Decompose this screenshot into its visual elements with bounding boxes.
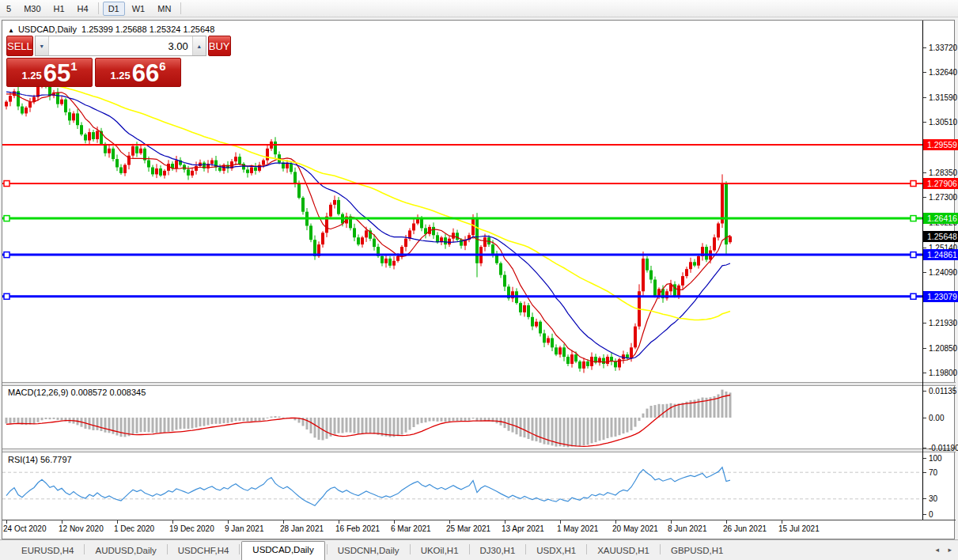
timeframe-d1[interactable]: D1 [103, 2, 125, 16]
rsi-axis-tick: 0 [923, 509, 933, 519]
price-axis-tick: 1.27300 [923, 193, 957, 202]
date-label: 25 Mar 2021 [446, 524, 490, 533]
timeframe-5[interactable]: 5 [1, 2, 17, 16]
horizontal-line-1.24861[interactable] [2, 252, 922, 258]
horizontal-line-1.26416[interactable] [2, 216, 922, 221]
sell-price-prefix: 1.25 [21, 70, 41, 81]
volume-increase-button[interactable]: ▲ [192, 36, 206, 55]
price-tag-1.26416: 1.26416 [923, 213, 958, 224]
date-tick [339, 520, 339, 524]
date-label: 20 May 2021 [612, 524, 658, 533]
timeframe-h1[interactable]: H1 [48, 2, 70, 16]
date-label: 19 Dec 2020 [169, 524, 214, 533]
price-tag-1.29559: 1.29559 [923, 139, 958, 150]
date-label: 12 Nov 2020 [59, 524, 104, 533]
date-tick [117, 520, 118, 524]
rsi-line [6, 467, 730, 506]
timeframe-m30[interactable]: M30 [18, 2, 46, 16]
date-label: 15 Jul 2021 [778, 524, 820, 533]
rsi-axis-tick: 30 [923, 494, 937, 504]
date-label: 26 Jun 2021 [723, 524, 767, 533]
chart-tab-bar: EURUSD,H4AUDUSD,DailyUSDCHF,H4USDCAD,Dai… [0, 539, 958, 560]
tab-scroll-left-icon[interactable]: ◂ [935, 546, 939, 554]
price-axis-tick: 1.31590 [923, 93, 957, 102]
tab-separator [239, 544, 240, 554]
date-tick [726, 520, 727, 524]
horizontal-line-1.23079[interactable] [2, 293, 922, 299]
macd-signal-line [6, 395, 730, 447]
date-axis-border [2, 520, 956, 520]
one-click-trading-panel: SELL ▼ ▲ BUY 1.25 65 1 1.25 66 6 [6, 36, 181, 87]
tab-scroll-arrows: ◂ ▸ [928, 546, 952, 554]
buy-price-prefix: 1.25 [110, 70, 130, 81]
price-axis-tick: 1.24090 [923, 268, 957, 278]
buy-price-big: 66 [132, 62, 159, 85]
volume-input[interactable] [49, 36, 192, 55]
sell-price-sup: 1 [70, 59, 77, 73]
tab-usdcnh-daily[interactable]: USDCNH,Daily [328, 543, 410, 560]
mt4-terminal: 5M30H1H4D1W1MN ▲USDCAD,Daily 1.25399 1.2… [0, 0, 958, 560]
price-axis-tick: 1.33720 [923, 43, 957, 52]
tab-usdchf-h4[interactable]: USDCHF,H4 [168, 543, 240, 560]
horizontal-line-1.27906[interactable] [2, 181, 922, 187]
date-tick [228, 520, 229, 524]
timeframe-toolbar: 5M30H1H4D1W1MN [0, 0, 958, 17]
macd-axis-tick: 0.00 [923, 413, 944, 422]
price-tag-1.23079: 1.23079 [923, 291, 958, 302]
tab-eurusd-h4[interactable]: EURUSD,H4 [11, 543, 84, 560]
macd-label: MACD(12,26,9) 0.008572 0.008345 [8, 388, 146, 397]
tab-xauusd-h1[interactable]: XAUUSD,H1 [587, 543, 660, 560]
tab-usdcad-daily[interactable]: USDCAD,Daily [241, 541, 324, 560]
date-tick [560, 520, 561, 524]
date-label: 16 Feb 2021 [335, 524, 380, 533]
tab-gbpusd-h1[interactable]: GBPUSD,H1 [661, 543, 733, 560]
date-label: 1 May 2021 [557, 524, 598, 533]
timeframe-w1[interactable]: W1 [127, 2, 151, 16]
price-tag-1.27906: 1.27906 [923, 178, 958, 189]
rsi-canvas[interactable] [2, 452, 922, 520]
date-tick [782, 520, 782, 524]
date-label: 1 Dec 2020 [114, 524, 154, 533]
macd-axis-tick: -0.011904 [923, 443, 958, 452]
tab-usdx-h1[interactable]: USDX,H1 [526, 543, 586, 560]
date-tick [615, 520, 616, 524]
toolbar-separator [180, 2, 181, 14]
tab-audusd-daily[interactable]: AUDUSD,Daily [85, 543, 166, 560]
price-axis-tick: 1.30510 [923, 118, 957, 127]
sell-price-button[interactable]: 1.25 65 1 [6, 58, 93, 87]
tab-scroll-right-icon[interactable]: ▸ [948, 546, 952, 554]
price-axis-tick: 1.32640 [923, 68, 957, 78]
sell-price-big: 65 [44, 62, 70, 85]
date-tick [671, 520, 672, 524]
date-tick [394, 520, 395, 524]
date-label: 28 Jan 2021 [280, 524, 324, 533]
price-axis-tick: 1.21930 [923, 319, 957, 328]
tab-ukoil-h1[interactable]: UKOil,H1 [411, 543, 469, 560]
buy-price-sup: 6 [159, 59, 165, 73]
buy-price-button[interactable]: 1.25 66 6 [95, 58, 181, 87]
date-label: 9 Jan 2021 [225, 524, 264, 533]
tab-dj30-h1[interactable]: DJ30,H1 [470, 543, 526, 560]
toolbar-separator [98, 2, 99, 14]
date-label: 13 Apr 2021 [502, 524, 544, 533]
rsi-axis-tick: 100 [923, 453, 942, 463]
date-tick [449, 520, 450, 524]
date-label: 6 Mar 2021 [391, 524, 431, 533]
date-tick [505, 520, 506, 524]
sell-button[interactable]: SELL [6, 36, 33, 56]
volume-decrease-button[interactable]: ▼ [36, 36, 49, 55]
timeframe-mn[interactable]: MN [152, 2, 176, 16]
rsi-label: RSI(14) 56.7797 [8, 455, 72, 464]
buy-button[interactable]: BUY [208, 36, 231, 56]
date-tick [172, 520, 173, 524]
price-axis-tick: 1.19800 [923, 369, 957, 378]
date-label: 24 Oct 2020 [3, 524, 46, 533]
price-tag-1.24861: 1.24861 [923, 249, 958, 260]
price-axis-tick: 1.20850 [923, 344, 957, 354]
macd-axis-tick: 0.01135 [923, 386, 956, 395]
timeframe-h4[interactable]: H4 [72, 2, 94, 16]
rsi-axis-tick: 70 [923, 467, 937, 477]
volume-spinner: ▼ ▲ [35, 36, 206, 56]
date-tick [62, 520, 62, 524]
date-tick [283, 520, 284, 524]
